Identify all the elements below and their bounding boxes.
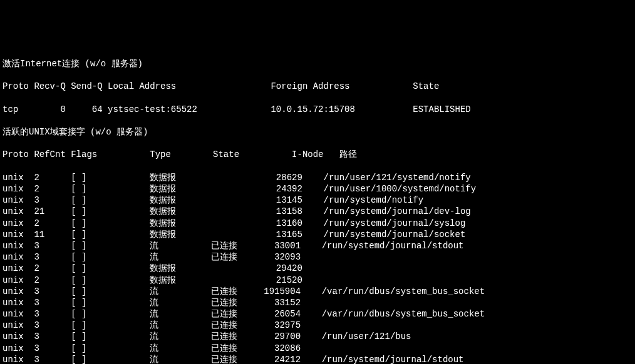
unix-row: unix 2 [ ] 数据报 28629 /run/user/121/syste… bbox=[3, 172, 632, 183]
unix-row: unix 2 [ ] 数据报 24392 /run/user/1000/syst… bbox=[3, 183, 632, 195]
unix-row: unix 3 [ ] 流 已连接 33152 bbox=[3, 297, 632, 308]
terminal-output: 激活Internet连接 (w/o 服务器) Proto Recv-Q Send… bbox=[0, 46, 635, 364]
unix-row: unix 3 [ ] 流 已连接 33001 /run/systemd/jour… bbox=[3, 240, 632, 251]
unix-row: unix 3 [ ] 数据报 13145 /run/systemd/notify bbox=[3, 195, 632, 206]
unix-row: unix 3 [ ] 流 已连接 32975 bbox=[3, 320, 632, 331]
section1-header: Proto Recv-Q Send-Q Local Address Foreig… bbox=[3, 81, 632, 92]
unix-row: unix 21 [ ] 数据报 13158 /run/systemd/journ… bbox=[3, 206, 632, 217]
section1-title: 激活Internet连接 (w/o 服务器) bbox=[3, 58, 632, 69]
unix-row: unix 3 [ ] 流 已连接 1915904 /var/run/dbus/s… bbox=[3, 286, 632, 297]
section2-header: Proto RefCnt Flags Type State I-Node 路径 bbox=[3, 149, 632, 160]
unix-row: unix 3 [ ] 流 已连接 26054 /var/run/dbus/sys… bbox=[3, 308, 632, 320]
unix-row: unix 2 [ ] 数据报 13160 /run/systemd/journa… bbox=[3, 218, 632, 229]
unix-row: unix 11 [ ] 数据报 13165 /run/systemd/journ… bbox=[3, 229, 632, 240]
unix-row: unix 3 [ ] 流 已连接 32093 bbox=[3, 251, 632, 263]
unix-row: unix 2 [ ] 数据报 21520 bbox=[3, 275, 632, 286]
section2-title: 活跃的UNIX域套接字 (w/o 服务器) bbox=[3, 126, 632, 138]
unix-row: unix 2 [ ] 数据报 29420 bbox=[3, 263, 632, 274]
unix-row: unix 3 [ ] 流 已连接 29700 /run/user/121/bus bbox=[3, 331, 632, 342]
inet-row: tcp 0 64 ystsec-test:65522 10.0.15.72:15… bbox=[3, 104, 632, 115]
unix-row: unix 3 [ ] 流 已连接 24212 /run/systemd/jour… bbox=[3, 354, 632, 364]
unix-row: unix 3 [ ] 流 已连接 32086 bbox=[3, 343, 632, 354]
